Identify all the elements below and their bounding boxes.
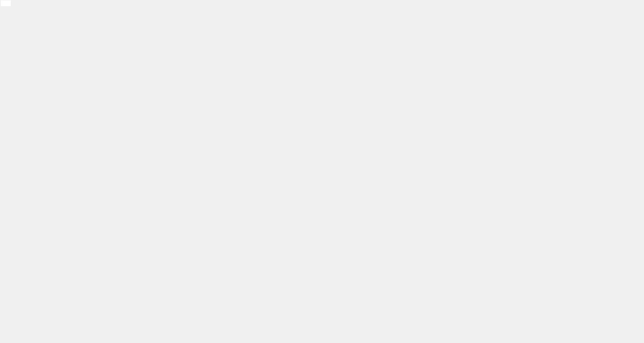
mt4-chart-window (0, 0, 644, 343)
chart-title (1, 0, 11, 6)
